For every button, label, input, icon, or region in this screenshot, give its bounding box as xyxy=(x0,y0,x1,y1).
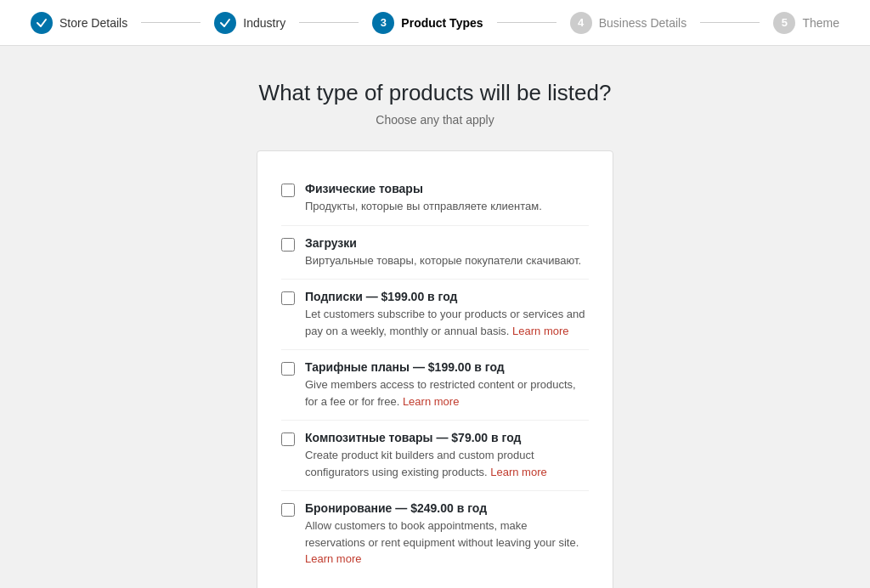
product-name-downloads: Загрузки xyxy=(305,236,581,250)
step-label-theme: Theme xyxy=(802,16,839,30)
product-desc-downloads: Виртуальные товары, которые покупатели с… xyxy=(305,252,581,269)
product-text-downloads: Загрузки Виртуальные товары, которые пок… xyxy=(305,236,581,269)
product-text-memberships: Тарифные планы — $199.00 в год Give memb… xyxy=(305,360,589,410)
list-item-composite: Композитные товары — $79.00 в год Create… xyxy=(281,421,589,491)
page-title: What type of products will be listed? xyxy=(259,80,612,106)
learn-more-bookings-link[interactable]: Learn more xyxy=(305,552,361,565)
step-connector-3 xyxy=(497,22,556,23)
list-item-bookings: Бронирование — $249.00 в год Allow custo… xyxy=(281,491,589,578)
checkbox-wrapper-memberships[interactable] xyxy=(281,362,295,379)
product-name-composite: Композитные товары — $79.00 в год xyxy=(305,431,589,444)
checkbox-wrapper-bookings[interactable] xyxy=(281,503,295,520)
learn-more-composite-link[interactable]: Learn more xyxy=(490,466,546,478)
step-circle-business-details: 4 xyxy=(570,12,592,34)
step-connector-4 xyxy=(700,22,760,23)
step-store-details[interactable]: Store Details xyxy=(17,12,141,34)
step-connector-1 xyxy=(141,22,201,23)
product-desc-physical: Продукты, которые вы отправляете клиента… xyxy=(305,198,542,215)
step-connector-2 xyxy=(299,22,359,23)
checkbox-composite[interactable] xyxy=(281,433,295,446)
product-desc-bookings: Allow customers to book appointments, ma… xyxy=(305,517,589,568)
product-text-physical: Физические товары Продукты, которые вы о… xyxy=(305,182,542,215)
product-desc-subscriptions: Let customers subscribe to your products… xyxy=(305,306,589,339)
step-circle-product-types: 3 xyxy=(372,12,394,34)
step-theme[interactable]: 5 Theme xyxy=(760,12,853,34)
checkbox-downloads[interactable] xyxy=(281,238,295,252)
checkbox-memberships[interactable] xyxy=(281,362,295,376)
step-label-store-details: Store Details xyxy=(59,16,127,30)
step-industry[interactable]: Industry xyxy=(201,12,299,34)
stepper-nav: Store Details Industry 3 Product Types 4… xyxy=(0,0,870,46)
checkbox-wrapper-composite[interactable] xyxy=(281,433,295,449)
step-circle-store-details xyxy=(31,12,53,34)
product-name-subscriptions: Подписки — $199.00 в год xyxy=(305,290,589,303)
product-desc-memberships: Give members access to restricted conten… xyxy=(305,376,589,410)
list-item-downloads: Загрузки Виртуальные товары, которые пок… xyxy=(281,226,589,280)
learn-more-memberships-link[interactable]: Learn more xyxy=(403,395,459,408)
product-text-bookings: Бронирование — $249.00 в год Allow custo… xyxy=(305,501,589,568)
product-text-subscriptions: Подписки — $199.00 в год Let customers s… xyxy=(305,290,589,339)
learn-more-subscriptions-link[interactable]: Learn more xyxy=(512,325,568,337)
product-text-composite: Композитные товары — $79.00 в год Create… xyxy=(305,431,589,480)
main-content: What type of products will be listed? Ch… xyxy=(0,46,870,588)
step-circle-industry xyxy=(214,12,236,34)
checkbox-wrapper-physical[interactable] xyxy=(281,184,295,201)
list-item-subscriptions: Подписки — $199.00 в год Let customers s… xyxy=(281,280,589,350)
page-subtitle: Choose any that apply xyxy=(376,113,494,127)
checkbox-physical[interactable] xyxy=(281,184,295,197)
step-product-types[interactable]: 3 Product Types xyxy=(359,12,496,34)
product-name-bookings: Бронирование — $249.00 в год xyxy=(305,501,589,515)
checkbox-subscriptions[interactable] xyxy=(281,291,295,305)
step-label-business-details: Business Details xyxy=(599,16,687,30)
list-item-physical: Физические товары Продукты, которые вы о… xyxy=(281,172,589,226)
step-label-product-types: Product Types xyxy=(401,16,483,30)
step-label-industry: Industry xyxy=(243,16,285,30)
product-types-card: Физические товары Продукты, которые вы о… xyxy=(257,150,613,588)
product-name-memberships: Тарифные планы — $199.00 в год xyxy=(305,360,589,374)
step-business-details[interactable]: 4 Business Details xyxy=(556,12,701,34)
product-desc-composite: Create product kit builders and custom p… xyxy=(305,447,589,480)
list-item-memberships: Тарифные планы — $199.00 в год Give memb… xyxy=(281,350,589,421)
checkbox-wrapper-subscriptions[interactable] xyxy=(281,291,295,308)
product-name-physical: Физические товары xyxy=(305,182,542,195)
step-circle-theme: 5 xyxy=(773,12,795,34)
checkbox-bookings[interactable] xyxy=(281,503,295,517)
checkbox-wrapper-downloads[interactable] xyxy=(281,238,295,255)
